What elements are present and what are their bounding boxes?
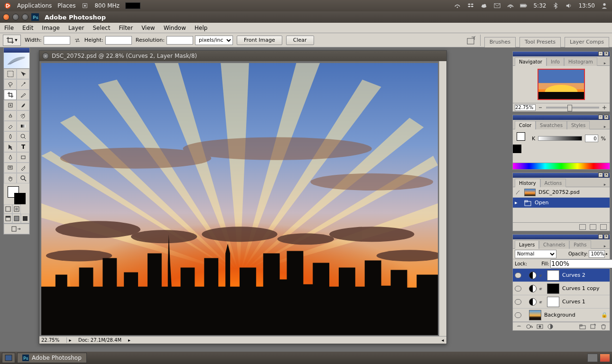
menu-filter[interactable]: Filter <box>114 25 137 31</box>
zoom-out-icon[interactable] <box>538 105 543 110</box>
tab-color[interactable]: Color <box>515 121 536 129</box>
tab-layers[interactable]: Layers <box>515 240 539 249</box>
layer-visibility-icon[interactable] <box>515 312 521 318</box>
tool-notes[interactable] <box>4 163 17 173</box>
panel-menu-icon[interactable]: ▸ <box>602 61 610 65</box>
mode-quickmask[interactable] <box>12 204 21 214</box>
clock-label[interactable]: 13:50 <box>578 2 595 9</box>
create-snapshot-icon[interactable] <box>590 224 596 230</box>
wifi-ap-icon[interactable] <box>454 2 461 9</box>
adjustment-layer-new-icon[interactable] <box>547 324 554 329</box>
history-brush-source-icon[interactable] <box>515 189 521 196</box>
tool-eraser[interactable] <box>4 121 17 131</box>
tools-palette-grip[interactable] <box>4 48 29 53</box>
document-zoom-field[interactable]: 22.75% <box>39 337 67 343</box>
link-layers-icon[interactable] <box>516 324 522 329</box>
dock-tab-tool-presets[interactable]: Tool Presets <box>519 37 561 47</box>
document-close-button[interactable]: × <box>42 53 49 59</box>
dock-tab-brushes[interactable]: Brushes <box>484 37 516 47</box>
opacity-flyout-icon[interactable]: ▸ <box>606 252 608 256</box>
k-channel-value[interactable] <box>585 135 598 142</box>
create-document-from-state-icon[interactable] <box>579 224 586 230</box>
window-maximize-button[interactable] <box>22 14 28 20</box>
swap-dimensions-icon[interactable] <box>74 37 81 44</box>
color-spectrum-ramp[interactable] <box>513 163 610 169</box>
jump-to-imageready[interactable] <box>4 224 29 234</box>
navigator-zoom-field[interactable] <box>515 104 536 111</box>
show-desktop-button[interactable] <box>2 353 15 363</box>
tool-shape[interactable] <box>17 152 29 163</box>
menu-image[interactable]: Image <box>37 25 64 31</box>
dropbox-icon[interactable] <box>467 2 474 9</box>
resolution-input[interactable] <box>167 36 193 45</box>
delete-state-icon[interactable] <box>600 224 607 230</box>
new-layer-icon[interactable] <box>590 324 596 329</box>
clear-button[interactable]: Clear <box>286 36 314 45</box>
document-title-bar[interactable]: × DSC_20752.psd @ 22.8% (Curves 2, Layer… <box>39 51 446 61</box>
screen-full[interactable] <box>21 214 29 223</box>
tool-hand[interactable] <box>4 173 17 183</box>
tab-styles[interactable]: Styles <box>567 121 590 129</box>
tab-navigator[interactable]: Navigator <box>515 57 547 66</box>
tab-paths[interactable]: Paths <box>569 240 591 249</box>
tab-channels[interactable]: Channels <box>539 240 569 249</box>
panel-menu-icon[interactable]: ▸ <box>602 124 610 129</box>
current-tool-indicator[interactable]: ▼ <box>3 35 21 46</box>
history-snapshot-row[interactable]: DSC_20752.psd <box>513 187 610 198</box>
tool-pen[interactable] <box>4 152 17 163</box>
doc-scroll-left-icon[interactable]: ◂ <box>439 337 446 343</box>
layer-name[interactable]: Curves 2 <box>562 272 585 278</box>
tool-history-brush[interactable] <box>17 110 29 121</box>
layer-row[interactable]: ⸙ Curves 2 <box>513 269 610 282</box>
tool-move[interactable] <box>17 69 29 79</box>
layer-thumb[interactable] <box>529 310 541 320</box>
tab-history[interactable]: History <box>515 179 540 187</box>
menu-file[interactable]: File <box>0 25 18 31</box>
user-icon[interactable] <box>601 2 608 9</box>
tool-slice[interactable] <box>17 90 29 100</box>
layer-mask-thumb[interactable] <box>547 297 559 307</box>
screen-standard[interactable] <box>4 214 12 223</box>
menu-help[interactable]: Help <box>190 25 212 31</box>
volume-icon[interactable] <box>565 2 573 9</box>
width-input[interactable] <box>44 36 70 45</box>
layer-visibility-icon[interactable] <box>515 286 521 291</box>
color-panel-grip[interactable]: –× <box>513 115 610 120</box>
window-minimize-button[interactable] <box>12 14 19 20</box>
panel-minimize-icon[interactable]: – <box>598 173 603 177</box>
layer-link-icon[interactable]: ⸙ <box>539 299 544 304</box>
cloud-icon[interactable] <box>480 2 488 9</box>
tool-type[interactable]: T <box>17 142 29 152</box>
blend-mode-select[interactable]: Normal <box>515 250 556 258</box>
history-state-row[interactable]: ▸ Open <box>513 198 610 208</box>
menu-applications[interactable]: Applications <box>17 2 52 9</box>
layer-row[interactable]: ⸙ Curves 1 copy <box>513 282 610 295</box>
doc-info-arrow-icon[interactable]: ▸ <box>128 337 130 343</box>
tool-healing-brush[interactable] <box>4 100 17 110</box>
window-close-button[interactable] <box>3 14 9 20</box>
front-image-button[interactable]: Front Image <box>237 36 282 45</box>
tool-brush[interactable] <box>17 100 29 110</box>
menu-places[interactable]: Places <box>57 2 75 9</box>
screen-full-menubar[interactable] <box>12 214 21 223</box>
resolution-units-select[interactable]: pixels/inch <box>195 36 233 45</box>
tool-marquee[interactable] <box>4 69 17 79</box>
menu-select[interactable]: Select <box>88 25 114 31</box>
panel-close-icon[interactable]: × <box>604 115 609 119</box>
zoom-in-icon[interactable] <box>602 105 608 110</box>
k-channel-slider[interactable] <box>538 136 582 141</box>
panel-menu-icon[interactable]: ▸ <box>602 182 610 187</box>
palette-well-icon[interactable] <box>467 36 476 45</box>
doc-info-menu-icon[interactable]: ▸ <box>67 337 74 343</box>
opacity-input[interactable] <box>589 250 605 258</box>
tool-clone-stamp[interactable] <box>4 110 17 121</box>
tool-eyedropper[interactable] <box>17 163 29 173</box>
trash-icon[interactable] <box>600 354 610 362</box>
height-input[interactable] <box>105 36 132 45</box>
panel-menu-icon[interactable]: ▸ <box>602 244 610 248</box>
layer-mask-icon[interactable] <box>537 324 543 329</box>
layer-name[interactable]: Curves 1 copy <box>562 285 599 291</box>
navigator-panel-grip[interactable]: –× <box>513 52 610 56</box>
layer-name[interactable]: Background <box>544 312 575 318</box>
menu-view[interactable]: View <box>137 25 159 31</box>
